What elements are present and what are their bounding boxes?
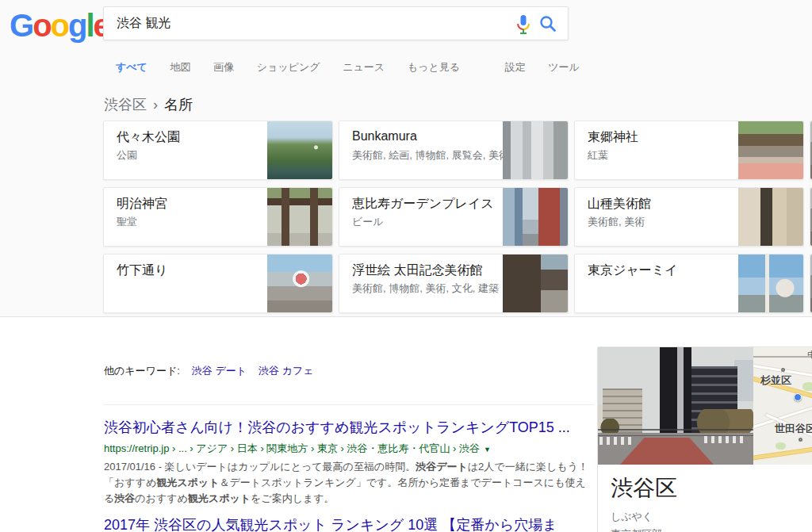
place-card-ota-museum[interactable]: 浮世絵 太田記念美術館 美術館, 博物館, 美術, 文化, 建築 [339,254,569,313]
map-city-marker [781,368,785,372]
place-card-image [738,188,803,246]
place-card-image [267,121,332,179]
place-card-title: 浮世絵 太田記念美術館 [352,262,482,279]
logo-letter: G [10,8,33,44]
related-link-shibuya-date[interactable]: 渋谷 デート [192,365,247,377]
place-card-subtitle: 美術館, 博物館, 美術, 文化, 建築 [352,281,499,296]
place-card-title: 恵比寿ガーデンプレイス [352,196,494,212]
tab-more[interactable]: もっと見る [408,60,460,75]
header-section: Google すべて 地図 [0,0,812,317]
google-serp-page: Google すべて 地図 [0,0,812,532]
map-ward-label-suginami: 杉並区 [760,373,791,388]
result-title-link[interactable]: 2017年 渋谷区の人気観光スポット ランキング 10選 【定番から穴場ま [104,515,597,532]
result-url: https://retrip.jp › ... › アジア › 日本 › 関東地… [104,442,597,456]
knowledge-panel-reading: しぶやく [611,510,812,524]
map-park-area [802,382,812,391]
knowledge-panel-media: 中央本 杉並区 世田谷区 M [598,347,812,465]
tab-maps[interactable]: 地図 [170,60,191,75]
result-title-link[interactable]: 渋谷初心者さん向け！渋谷のおすすめ観光スポットランキングTOP15 ... [104,418,597,437]
result-url-text: https://retrip.jp › ... › アジア › 日本 › 関東地… [104,442,480,454]
photo-crosswalk [599,437,634,445]
related-keywords-label: 他のキーワード: [104,365,180,377]
photo-powerline [598,429,753,431]
location-map[interactable]: 中央本 杉並区 世田谷区 M [753,347,812,465]
related-keywords: 他のキーワード:渋谷 デート渋谷 カフェ [104,364,314,378]
place-card-yoyogi-park[interactable]: 代々木公園 公園 [103,121,333,180]
place-card-subtitle: 紅葉 [588,148,608,163]
place-card-meiji-shrine[interactable]: 明治神宮 聖堂 [103,187,333,247]
place-card-image [267,188,332,246]
search-result: 2017年 渋谷区の人気観光スポット ランキング 10選 【定番から穴場ま [104,515,597,532]
logo-letter: o [51,8,68,44]
place-card-title: Bunkamura [352,129,417,144]
knowledge-panel-subtitle: 東京都区部 [611,527,812,532]
search-box [103,6,569,40]
tab-settings[interactable]: 設定 [505,60,526,75]
knowledge-panel-text: 渋谷区 しぶやく 東京都区部 [598,465,812,532]
photo-powerline [598,435,753,436]
knowledge-panel-title: 渋谷区 [611,473,812,503]
logo-letter: l [86,8,93,44]
breadcrumb-parent-link[interactable]: 渋谷区 [104,97,147,113]
tab-news[interactable]: ニュース [343,60,385,75]
tab-shopping[interactable]: ショッピング [257,60,320,75]
related-link-shibuya-cafe[interactable]: 渋谷 カフェ [259,365,314,377]
place-card-title: 東京ジャーミイ [588,262,678,279]
section-divider [104,404,594,405]
place-card-title: 竹下通り [117,262,167,279]
result-snippet: 2017/01/16 - 楽しいデートはカップルにとって最高の至福の時間。渋谷デ… [104,459,591,507]
place-card-image [503,188,568,246]
map-rail-line [753,356,812,358]
photo-trees [696,409,753,436]
photo-crosswalk [704,436,747,443]
place-card-togo-shrine[interactable]: 東郷神社 紅葉 [574,121,804,180]
place-card-image [267,255,332,312]
place-card-title: 代々木公園 [117,129,180,146]
place-card-subtitle: ビール [352,215,384,229]
place-card-subtitle: 公園 [117,148,137,163]
place-card-takeshita-street[interactable]: 竹下通り [103,254,333,313]
logo-letter: o [33,8,50,44]
shibuya-photo[interactable] [598,347,753,465]
place-card-title: 東郷神社 [588,129,638,146]
place-card-subtitle: 美術館, 美術 [588,215,645,229]
place-card-yamatane-museum[interactable]: 山種美術館 美術館, 美術 [574,187,804,247]
place-card-title: 山種美術館 [588,196,651,212]
place-card-title: 明治神宮 [117,196,167,212]
map-location-dot [794,393,802,401]
mic-icon[interactable] [514,14,533,35]
place-card-image [738,121,803,179]
place-card-subtitle: 美術館, 絵画, 博物館, 展覧会, 美術 [352,148,509,163]
place-card-image [738,255,803,312]
breadcrumb-current: 名所 [164,97,193,113]
result-dropdown-arrow-icon[interactable]: ▼ [484,446,491,454]
breadcrumb: 渋谷区›名所 [104,95,193,114]
search-input[interactable] [104,7,500,40]
logo-letter: g [68,8,86,44]
search-tabs: すべて 地図 画像 ショッピング ニュース もっと見る 設定 ツール [116,60,599,75]
tab-all[interactable]: すべて [116,60,147,75]
map-ward-label-setagaya: 世田谷区 [775,422,812,436]
map-rail-label: 中央本 [807,349,812,361]
place-card-image [503,121,568,179]
map-park-area [776,442,786,450]
place-card-image [503,255,568,312]
places-grid: 代々木公園 公園 Bunkamura 美術館, 絵画, 博物館, 展覧会, 美術… [103,121,812,313]
tab-tools[interactable]: ツール [548,60,580,75]
place-card-tokyo-camii[interactable]: 東京ジャーミイ [574,254,804,313]
place-card-bunkamura[interactable]: Bunkamura 美術館, 絵画, 博物館, 展覧会, 美術 [339,121,569,180]
breadcrumb-separator: › [153,97,158,113]
search-result: 渋谷初心者さん向け！渋谷のおすすめ観光スポットランキングTOP15 ... ht… [104,418,597,507]
place-card-subtitle: 聖堂 [117,215,137,229]
search-icon[interactable] [539,15,557,33]
place-card-ebisu-garden-place[interactable]: 恵比寿ガーデンプレイス ビール [339,187,569,247]
photo-tower [660,347,691,436]
map-city-marker [799,438,802,442]
knowledge-panel: 中央本 杉並区 世田谷区 M 渋谷区 しぶやく 東京都区部 [597,346,812,532]
google-logo[interactable]: Google [10,8,109,44]
tab-images[interactable]: 画像 [213,60,234,75]
